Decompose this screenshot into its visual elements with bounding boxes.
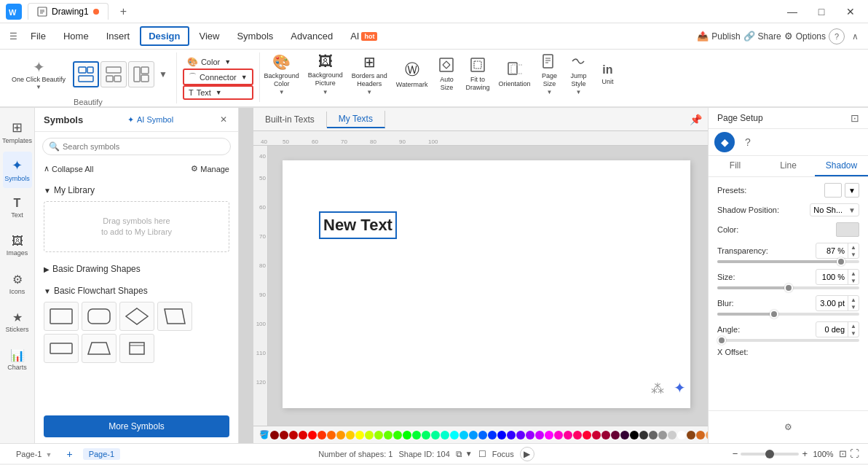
zoom-out-button[interactable]: − xyxy=(733,448,738,459)
angle-up[interactable]: ▲ xyxy=(848,322,859,329)
fit-screen-icon[interactable]: ⊡ xyxy=(839,448,847,459)
color-dot[interactable] xyxy=(459,431,468,439)
minimize-button[interactable]: — xyxy=(781,3,804,20)
color-dot[interactable] xyxy=(422,431,430,439)
canvas-text-element[interactable]: New Text xyxy=(319,211,397,239)
color-dot[interactable] xyxy=(374,431,383,439)
ai-symbol-button[interactable]: ✦ AI Symbol xyxy=(127,115,173,125)
canvas-area[interactable]: Built-in Texts My Texts 📌 40 50 60 70 80… xyxy=(239,108,708,443)
color-button[interactable]: 🎨 Color ▼ xyxy=(183,55,253,69)
auto-size-button[interactable]: AutoSize xyxy=(432,52,461,96)
basic-drawing-header[interactable]: ▶ Basic Drawing Shapes xyxy=(35,261,238,277)
color-dot[interactable] xyxy=(677,431,686,439)
help-button[interactable]: ? xyxy=(829,28,845,44)
unit-button[interactable]: in Unit xyxy=(593,52,622,96)
sidebar-item-stickers[interactable]: ★ Stickers xyxy=(3,303,32,340)
color-dot[interactable] xyxy=(355,431,364,439)
presets-box[interactable] xyxy=(824,183,842,198)
color-dot[interactable] xyxy=(478,431,487,439)
layer-dropdown[interactable]: ▼ xyxy=(465,450,473,458)
color-dot[interactable] xyxy=(658,431,667,439)
more-styles-button[interactable]: ▼ xyxy=(156,69,170,79)
builtin-texts-tab[interactable]: Built-in Texts xyxy=(253,112,327,128)
maximize-button[interactable]: □ xyxy=(810,3,833,20)
color-dot[interactable] xyxy=(469,431,478,439)
style-preview-1[interactable] xyxy=(73,61,99,87)
tab-shadow[interactable]: Shadow xyxy=(815,156,868,176)
tab-line[interactable]: Line xyxy=(762,156,815,176)
borders-headers-button[interactable]: ⊞ Borders andHeaders ▼ xyxy=(347,52,392,96)
color-dot[interactable] xyxy=(687,431,695,439)
color-dot[interactable] xyxy=(336,431,345,439)
shape-parallelogram[interactable] xyxy=(157,302,192,331)
color-dot[interactable] xyxy=(507,431,516,439)
color-dot[interactable] xyxy=(346,431,355,439)
jump-style-dropdown[interactable]: ▼ xyxy=(575,89,581,95)
jump-style-button[interactable]: JumpStyle ▼ xyxy=(564,52,593,96)
add-tab-button[interactable]: + xyxy=(114,2,133,21)
page-size-dropdown[interactable]: ▼ xyxy=(546,89,552,95)
options-button[interactable]: ⚙ Options xyxy=(784,31,826,42)
sidebar-item-icons[interactable]: ⚙ Icons xyxy=(3,265,32,302)
angle-slider[interactable] xyxy=(717,339,859,342)
background-picture-button[interactable]: 🖼 BackgroundPicture ▼ xyxy=(304,52,347,96)
color-dot[interactable] xyxy=(535,431,544,439)
color-dot[interactable] xyxy=(668,431,676,439)
shape-rectangle[interactable] xyxy=(44,302,79,331)
shape-rect2[interactable] xyxy=(44,334,79,363)
close-button[interactable]: ✕ xyxy=(839,3,862,20)
close-panel-button[interactable]: ✕ xyxy=(218,114,229,125)
color-dot[interactable] xyxy=(516,431,525,439)
style-preview-2[interactable] xyxy=(100,61,127,87)
canvas-page[interactable]: New Text xyxy=(283,160,690,408)
borders-dropdown[interactable]: ▼ xyxy=(366,89,372,95)
menu-design[interactable]: Design xyxy=(140,26,189,46)
tab-fill[interactable]: Fill xyxy=(709,156,762,176)
layer-icon[interactable]: ⧉ xyxy=(456,449,462,459)
panel-help-icon[interactable]: ? xyxy=(738,132,758,152)
fit-to-drawing-button[interactable]: Fit toDrawing xyxy=(461,52,494,96)
color-dot[interactable] xyxy=(639,431,648,439)
focus-button[interactable]: Focus xyxy=(492,450,514,458)
collapse-all-button[interactable]: ∧ Collapse All xyxy=(44,164,93,173)
publish-button[interactable]: 📤 Publish xyxy=(697,31,740,42)
add-page-button[interactable]: + xyxy=(62,447,76,461)
watermark-button[interactable]: Ⓦ Watermark xyxy=(392,52,433,96)
color-dot[interactable] xyxy=(403,431,411,439)
more-symbols-button[interactable]: More Symbols xyxy=(44,415,229,437)
share-button[interactable]: 🔗 Share xyxy=(743,31,781,42)
sidebar-item-charts[interactable]: 📊 Charts xyxy=(3,341,32,378)
pin-icon[interactable]: 📌 xyxy=(684,111,708,128)
manage-button[interactable]: ⚙ Manage xyxy=(191,164,229,173)
blur-up[interactable]: ▲ xyxy=(848,296,859,303)
color-dot[interactable] xyxy=(706,431,708,439)
color-dot[interactable] xyxy=(365,431,374,439)
color-dot[interactable] xyxy=(317,431,326,439)
sparkle-button[interactable]: ✦ xyxy=(674,379,686,396)
play-button[interactable]: ▶ xyxy=(520,447,534,461)
shape-trapezoid[interactable] xyxy=(82,334,117,363)
collapse-ribbon-button[interactable]: ☰ xyxy=(6,29,20,44)
page-1-tab[interactable]: Page-1 ▼ xyxy=(9,448,59,460)
size-thumb[interactable] xyxy=(784,284,793,292)
color-dot[interactable] xyxy=(431,431,440,439)
transparency-slider[interactable] xyxy=(717,260,859,263)
style-preview-3[interactable] xyxy=(128,61,154,87)
shadow-position-dropdown-arrow[interactable]: ▼ xyxy=(845,206,859,214)
shadow-position-control[interactable]: No Sh... ▼ xyxy=(810,203,859,216)
color-dot[interactable] xyxy=(289,431,298,439)
panel-design-icon[interactable]: ◆ xyxy=(714,132,735,152)
panel-settings-icon[interactable]: ⚙ xyxy=(778,417,799,437)
transparency-up[interactable]: ▲ xyxy=(848,243,859,251)
angle-down[interactable]: ▼ xyxy=(848,329,859,337)
expand-panel-button[interactable]: ⊡ xyxy=(851,112,859,124)
presets-dropdown[interactable]: ▼ xyxy=(845,183,859,198)
color-dot[interactable] xyxy=(270,431,279,439)
size-slider[interactable] xyxy=(717,286,859,289)
size-down[interactable]: ▼ xyxy=(848,277,859,284)
transparency-thumb[interactable] xyxy=(837,257,845,266)
size-up[interactable]: ▲ xyxy=(848,270,859,277)
menu-file[interactable]: File xyxy=(23,28,53,44)
my-texts-tab[interactable]: My Texts xyxy=(327,111,385,128)
color-dot[interactable] xyxy=(393,431,402,439)
